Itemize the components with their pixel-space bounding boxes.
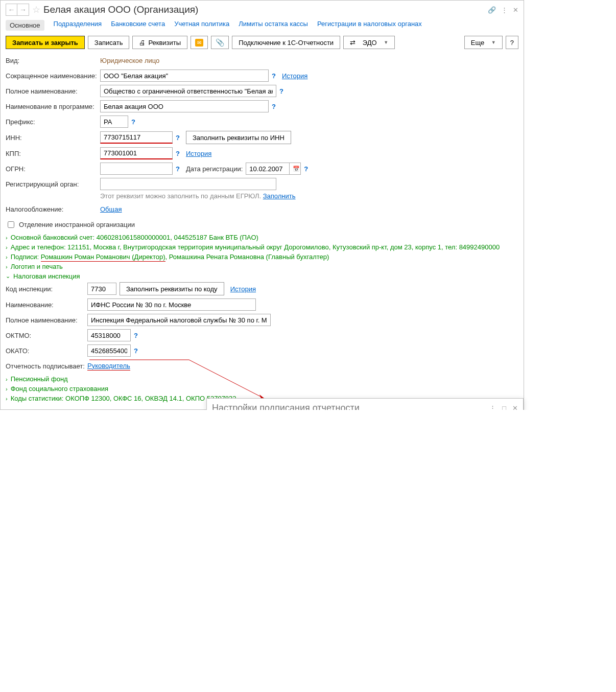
tab-bank-accounts[interactable]: Банковские счета [111, 20, 165, 31]
reg-date-label: Дата регистрации: [186, 165, 243, 173]
section-pension[interactable]: ›Пенсионный фонд [6, 375, 518, 383]
foreign-branch-label: Отделение иностранной организации [19, 221, 135, 228]
favorite-icon[interactable]: ☆ [32, 4, 40, 15]
help-icon[interactable]: ? [134, 332, 138, 339]
reg-org-input[interactable] [100, 178, 276, 190]
ogrn-input[interactable] [100, 163, 173, 175]
tax-link[interactable]: Общая [100, 205, 122, 213]
sub-window-title: Настройки подписания отчетности [212, 403, 360, 410]
calendar-button[interactable]: 📅 [290, 163, 301, 175]
help-icon[interactable]: ? [134, 347, 138, 355]
mail-button[interactable]: ✉ [191, 36, 208, 49]
code-label: Код инспекции: [6, 285, 87, 293]
fill-link[interactable]: Заполнить [263, 192, 296, 200]
inn-label: ИНН: [6, 134, 100, 142]
tax-fullname-input[interactable] [87, 314, 271, 326]
requisites-button[interactable]: 🖨Реквизиты [132, 36, 187, 49]
tabs: Основное Подразделения Банковские счета … [6, 20, 518, 31]
prog-name-label: Наименование в программе: [6, 103, 100, 110]
link-icon[interactable]: 🔗 [488, 6, 496, 14]
tax-inspection-form: Код инспекции: Заполнить реквизиты по ко… [6, 282, 518, 372]
help-icon[interactable]: ? [176, 150, 180, 157]
tab-tax-registrations[interactable]: Регистрации в налоговых органах [317, 20, 422, 31]
section-bank[interactable]: ›Основной банковский счет: 4060281061580… [6, 234, 518, 241]
more-icon[interactable]: ⋮ [501, 6, 508, 14]
prog-name-input[interactable] [100, 100, 269, 112]
more-icon[interactable]: ⋮ [489, 404, 496, 410]
okato-input[interactable] [87, 344, 131, 357]
reg-date-input[interactable] [246, 163, 290, 175]
kpp-history-link[interactable]: История [186, 150, 211, 157]
section-signatures[interactable]: ›Подписи: Ромашкин Роман Романович (Дире… [6, 253, 518, 261]
chevron-right-icon: › [6, 264, 8, 270]
forward-button[interactable]: → [17, 4, 29, 15]
full-name-input[interactable] [100, 85, 276, 97]
attach-button[interactable]: 📎 [211, 36, 229, 49]
header-actions: 🔗 ⋮ ✕ [488, 6, 518, 14]
help-icon[interactable]: ? [272, 72, 276, 80]
help-icon[interactable]: ? [176, 165, 180, 173]
tab-accounting-policy[interactable]: Учетная политика [174, 20, 229, 31]
back-button[interactable]: ← [6, 4, 17, 15]
type-value: Юридическое лицо [100, 57, 159, 64]
tax-label: Налогообложение: [6, 205, 100, 213]
signs-label: Отчетность подписывает: [6, 362, 87, 370]
code-input[interactable] [87, 283, 116, 295]
section-logo[interactable]: ›Логотип и печать [6, 263, 518, 270]
okato-label: ОКАТО: [6, 347, 87, 355]
help-button[interactable]: ? [506, 36, 518, 49]
tax-name-input[interactable] [87, 298, 256, 311]
tab-main[interactable]: Основное [6, 20, 44, 31]
kpp-input[interactable] [100, 147, 173, 159]
page-title: Белая акация ООО (Организация) [43, 4, 198, 15]
mail-icon: ✉ [195, 39, 203, 47]
help-icon[interactable]: ? [304, 165, 308, 173]
maximize-icon[interactable]: □ [502, 404, 506, 410]
clip-icon: 📎 [216, 38, 224, 47]
tab-cash-limits[interactable]: Лимиты остатка кассы [239, 20, 308, 31]
prefix-label: Префикс: [6, 118, 100, 126]
oktmo-input[interactable] [87, 329, 131, 341]
help-icon[interactable]: ? [279, 87, 283, 95]
code-history-link[interactable]: История [230, 285, 256, 293]
section-address[interactable]: ›Адрес и телефон: 121151, Москва г, Внут… [6, 243, 518, 251]
type-label: Вид: [6, 57, 100, 64]
print-icon: 🖨 [139, 39, 146, 47]
sub-window: Настройки подписания отчетности ⋮ □ ✕ Со… [206, 398, 524, 410]
tab-departments[interactable]: Подразделения [54, 20, 102, 31]
help-icon[interactable]: ? [272, 103, 276, 110]
save-button[interactable]: Записать [88, 36, 130, 49]
foreign-branch-checkbox[interactable] [8, 221, 14, 228]
section-tax-inspection[interactable]: ⌄Налоговая инспекция [6, 272, 518, 280]
oktmo-label: ОКТМО: [6, 332, 87, 339]
chevron-right-icon: › [6, 235, 8, 241]
help-icon[interactable]: ? [131, 118, 135, 126]
inn-input[interactable] [100, 131, 173, 144]
save-close-button[interactable]: Записать и закрыть [6, 36, 85, 49]
more-button[interactable]: Еще ▼ [464, 36, 503, 49]
help-icon[interactable]: ? [176, 134, 180, 142]
sub-window-header: Настройки подписания отчетности ⋮ □ ✕ [212, 403, 518, 410]
toolbar: Записать и закрыть Записать 🖨Реквизиты ✉… [6, 36, 518, 49]
prefix-input[interactable] [100, 116, 128, 128]
close-icon[interactable]: ✕ [513, 6, 518, 14]
ogrn-label: ОГРН: [6, 165, 100, 173]
reg-hint: Этот реквизит можно заполнить по данным … [100, 192, 518, 200]
close-icon[interactable]: ✕ [512, 404, 518, 410]
section-social[interactable]: ›Фонд социального страхования [6, 385, 518, 393]
fill-by-code-button[interactable]: Заполнить реквизиты по коду [120, 282, 224, 295]
edo-button[interactable]: ⇄ ЭДО ▼ [343, 36, 395, 49]
chevron-right-icon: › [6, 386, 8, 392]
chevron-down-icon: ▼ [491, 40, 496, 45]
window-header: ← → ☆ Белая акация ООО (Организация) 🔗 ⋮… [6, 4, 518, 16]
tax-name-label: Наименование: [6, 301, 87, 309]
fill-by-inn-button[interactable]: Заполнить реквизиты по ИНН [186, 131, 291, 144]
chevron-down-icon: ▼ [384, 40, 388, 45]
chevron-right-icon: › [6, 376, 8, 382]
kpp-label: КПП: [6, 150, 100, 157]
history-link[interactable]: История [282, 72, 307, 80]
connect-1c-button[interactable]: Подключение к 1С-Отчетности [232, 36, 340, 49]
signs-link[interactable]: Руководитель [87, 362, 130, 371]
chevron-down-icon: ⌄ [6, 273, 10, 280]
short-name-input[interactable] [100, 70, 269, 82]
